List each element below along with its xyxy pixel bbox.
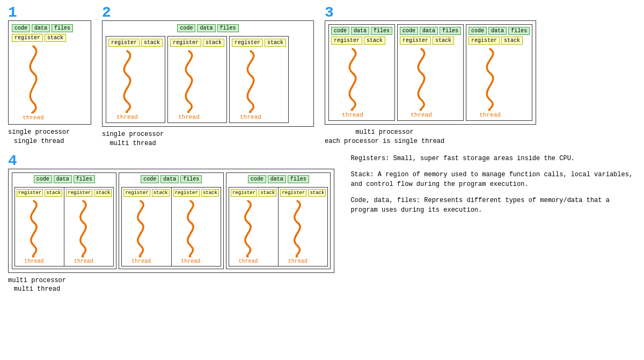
thread-label-1: thread — [23, 114, 44, 121]
tag-code-2: code — [177, 24, 195, 32]
diagram4: 4 code data files — [8, 154, 334, 294]
diagram1-caption: single processor single thread — [8, 128, 70, 146]
diagram4-procs: code data files register stack — [12, 172, 331, 269]
thread-wave-2c — [232, 48, 269, 113]
diag4-p1t1: register stack thread — [14, 187, 64, 267]
tag-files-2: files — [217, 24, 239, 32]
note-code-data-files: Code, data, files: Represents different … — [350, 196, 636, 215]
thread-wave-4-3-1 — [231, 198, 266, 257]
diag4-p2t2: register stack thread — [171, 187, 221, 267]
diagram1-tags-top: code data files — [12, 24, 73, 32]
thread-wave-3c — [469, 46, 511, 111]
thread-wave-4-1-1 — [17, 198, 52, 257]
top-row: 1 code data files register stack thread — [8, 5, 636, 148]
tag-data-2: data — [197, 24, 215, 32]
thread-wave-3a — [331, 46, 374, 111]
diag3-proc3: code data files register stack thread — [466, 24, 532, 121]
diag4-proc2: code data files register stack — [119, 172, 223, 269]
tag-stack: stack — [45, 34, 66, 42]
diagram1-thread: thread — [12, 44, 55, 121]
tag-files: files — [52, 24, 73, 32]
diagram2-num: 2 — [102, 5, 111, 20]
main-container: 1 code data files register stack thread — [0, 0, 644, 360]
diagram1: 1 code data files register stack thread — [8, 5, 91, 146]
diag4-p1t2: register stack thread — [64, 187, 114, 267]
diagram1-tags-bottom: register stack — [12, 34, 66, 42]
diagram3-caption: multi processor each processor is single… — [325, 128, 444, 146]
diagram2-thread2-box: register stack thread — [167, 36, 227, 123]
diagram2: 2 code data files register — [102, 5, 314, 148]
note-registers: Registers: Small, super fast storage are… — [350, 154, 636, 163]
diag4-proc3: code data files register stack — [226, 172, 331, 269]
diagram2-threads: register stack thread regi — [106, 36, 289, 123]
tag-code: code — [12, 24, 30, 32]
diagram2-thread3-box: register stack thread — [229, 36, 289, 123]
thread-wave-4-2-1 — [123, 198, 158, 257]
diagram4-num: 4 — [8, 154, 17, 169]
diagram4-caption: multi processor multi thread — [8, 276, 66, 294]
thread-wave-1 — [12, 44, 55, 113]
diagram2-box: code data files register stack — [102, 20, 314, 127]
diag4-p2t1: register stack thread — [121, 187, 171, 267]
thread-wave-3b — [400, 46, 443, 111]
diagram2-thread1-box: register stack thread — [106, 36, 165, 123]
notes-section: Registers: Small, super fast storage are… — [345, 154, 636, 221]
tag-data: data — [32, 24, 50, 32]
diag3-proc1: code data files register stack thread — [328, 24, 395, 121]
diagram2-shared-tags: code data files — [106, 24, 310, 34]
tag-register: register — [12, 34, 43, 42]
thread-wave-4-1-2 — [66, 198, 101, 257]
diag4-proc1: code data files register stack — [12, 172, 116, 269]
thread-wave-2b — [170, 48, 208, 113]
note-stack: Stack: A region of memory used to manage… — [350, 170, 636, 189]
diag4-p3t2: register stack thread — [278, 187, 328, 267]
bottom-row: 4 code data files — [8, 154, 636, 294]
diag3-proc2: code data files register stack thread — [397, 24, 464, 121]
diag4-p3t1: register stack thread — [229, 187, 278, 267]
thread-wave-2a — [108, 48, 146, 113]
diagram1-num: 1 — [8, 5, 17, 20]
diagram4-outer-box: code data files register stack — [8, 169, 334, 273]
diagram3-num: 3 — [325, 5, 334, 20]
thread-wave-4-2-2 — [173, 198, 208, 257]
diagram2-caption: single processor multi thread — [102, 130, 164, 148]
diagram3-outer-box: code data files register stack thread — [325, 20, 536, 125]
thread-wave-4-3-2 — [280, 198, 315, 257]
diagram3: 3 code data files register stack — [325, 5, 536, 146]
diagram1-box: code data files register stack thread — [8, 20, 91, 125]
